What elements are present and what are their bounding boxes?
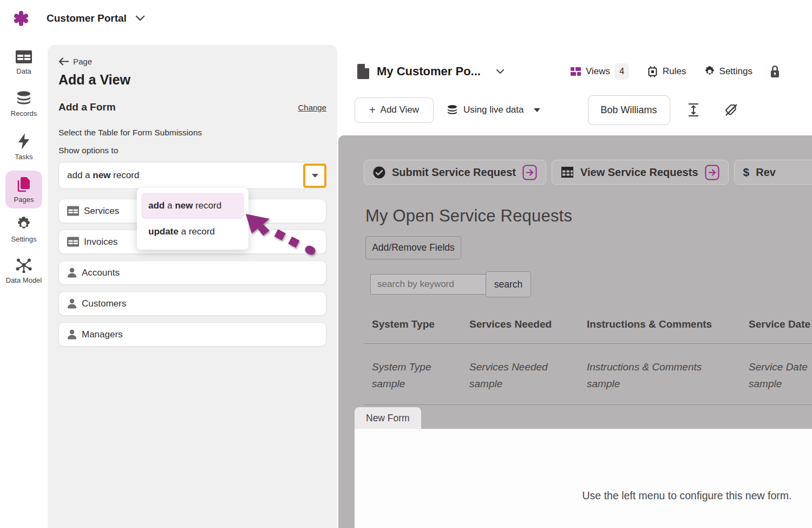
- sidebar-item-label: Pages: [14, 195, 34, 204]
- table-divider: [364, 405, 812, 405]
- chevron-down-icon[interactable]: [135, 15, 145, 22]
- panel-title: Add a View: [58, 72, 130, 88]
- table-option-customers[interactable]: Customers: [58, 291, 326, 316]
- sidebar-item-data-model[interactable]: Data Model: [0, 258, 48, 284]
- user-context-button[interactable]: Bob Williams: [588, 95, 670, 125]
- check-circle-icon: [373, 166, 385, 179]
- table-option-label: Accounts: [82, 268, 120, 278]
- icon-sidebar: Data Records Tasks Pages Settings: [0, 37, 48, 528]
- add-view-button[interactable]: + Add View: [355, 97, 434, 123]
- views-nav-item[interactable]: Views 4: [570, 63, 629, 80]
- table-option-label: Customers: [82, 298, 126, 309]
- keyword-search-input[interactable]: [370, 274, 486, 295]
- column-header[interactable]: System Type: [372, 318, 435, 330]
- person-icon: [67, 268, 77, 278]
- person-icon: [67, 329, 77, 340]
- select-dropdown-arrow-button[interactable]: [303, 164, 326, 188]
- column-header[interactable]: Instructions & Comments: [587, 318, 712, 330]
- search-button[interactable]: search: [486, 271, 531, 297]
- sidebar-item-pages[interactable]: Pages: [5, 171, 42, 208]
- table-option-accounts[interactable]: Accounts: [58, 260, 326, 285]
- settings-gear-icon: [704, 66, 715, 77]
- preview-page-heading: My Open Service Requests: [365, 206, 572, 226]
- plus-icon: +: [369, 104, 376, 116]
- builder-toolbar: + Add View Using live data Bob Williams: [337, 94, 812, 126]
- grid-icon: [561, 166, 574, 178]
- page-title[interactable]: My Customer Po...: [377, 64, 481, 79]
- chevron-down-icon: [312, 174, 318, 178]
- app-menu-row: Submit Service Request View Service Requ…: [364, 160, 812, 185]
- new-form-tab[interactable]: New Form: [355, 407, 421, 429]
- add-remove-fields-button[interactable]: Add/Remove Fields: [365, 236, 461, 259]
- select-table-label: Select the Table for Form Submissions: [58, 128, 202, 138]
- records-database-icon: [16, 91, 32, 106]
- table-option-managers[interactable]: Managers: [58, 322, 326, 347]
- chevron-down-icon[interactable]: [496, 69, 505, 75]
- app-name[interactable]: Customer Portal: [47, 12, 127, 24]
- table-cell: Service Date sample: [749, 358, 812, 392]
- table-option-label: Invoices: [84, 237, 117, 247]
- live-data-selector[interactable]: Using live data: [447, 105, 540, 116]
- person-icon: [67, 298, 77, 309]
- page-builder-header: My Customer Po... Views 4 Rules: [337, 45, 812, 135]
- back-to-page-link[interactable]: Page: [58, 57, 92, 66]
- settings-nav-item[interactable]: Settings: [704, 66, 752, 77]
- settings-label: Settings: [719, 66, 752, 77]
- search-row: search: [370, 271, 531, 297]
- column-header[interactable]: Services Needed: [469, 318, 552, 330]
- form-empty-message: Use the left menu to configure this new …: [355, 429, 812, 502]
- table-cell: System Type sample: [372, 358, 453, 392]
- table-option-label: Managers: [82, 329, 123, 340]
- sidebar-item-settings[interactable]: Settings: [0, 217, 48, 243]
- views-label: Views: [586, 66, 610, 77]
- pages-icon: [16, 176, 31, 192]
- table-cell: Instructions & Comments sample: [587, 358, 717, 392]
- dropdown-option-add-new-record[interactable]: add a new record: [141, 193, 244, 219]
- record-action-select[interactable]: add a new record: [58, 162, 326, 189]
- sidebar-item-label: Records: [11, 109, 37, 118]
- top-bar: Customer Portal: [0, 0, 812, 37]
- table-icon: [67, 206, 79, 216]
- sidebar-item-records[interactable]: Records: [0, 91, 48, 118]
- sidebar-item-label: Data Model: [6, 276, 42, 284]
- live-app-preview-canvas: Submit Service Request View Service Requ…: [338, 135, 812, 528]
- section-title: Add a Form: [58, 101, 116, 113]
- header-nav: Views 4 Rules Settings: [570, 63, 780, 80]
- sidebar-item-label: Tasks: [15, 153, 32, 161]
- new-form-panel: Use the left menu to configure this new …: [355, 429, 812, 528]
- table-cell: Services Needed sample: [469, 358, 556, 392]
- sidebar-item-tasks[interactable]: Tasks: [0, 133, 48, 161]
- section-row: Add a Form Change: [58, 101, 326, 113]
- database-icon: [447, 105, 458, 116]
- show-options-label: Show options to: [58, 146, 118, 155]
- goto-arrow-icon: [522, 165, 537, 180]
- menu-button-submit-service-request[interactable]: Submit Service Request: [364, 160, 546, 185]
- knack-asterisk-logo-icon: [13, 10, 29, 27]
- tasks-bolt-icon: [18, 133, 30, 149]
- menu-button-review-invoices[interactable]: $ Rev: [734, 160, 812, 185]
- column-header[interactable]: Service Date: [749, 318, 810, 330]
- rules-nav-item[interactable]: Rules: [647, 66, 686, 77]
- rules-label: Rules: [663, 66, 686, 77]
- table-icon: [67, 237, 79, 247]
- sidebar-item-data[interactable]: Data: [0, 50, 48, 75]
- label-off-icon[interactable]: [724, 103, 738, 117]
- dropdown-option-update-record[interactable]: update a record: [141, 219, 244, 245]
- views-count-badge: 4: [614, 63, 629, 80]
- row-height-icon[interactable]: [687, 103, 699, 117]
- rules-chip-icon: [647, 66, 658, 77]
- data-table-icon: [16, 50, 32, 64]
- table-option-label: Services: [84, 206, 119, 217]
- change-link[interactable]: Change: [298, 103, 326, 112]
- live-data-label: Using live data: [463, 105, 524, 115]
- sidebar-item-label: Data: [16, 67, 31, 75]
- page-file-icon: [357, 64, 369, 79]
- record-action-dropdown-menu: add a new record update a record: [137, 188, 248, 250]
- table-divider: [364, 343, 812, 344]
- view-config-panel: Page Add a View Add a Form Change Select…: [48, 45, 337, 528]
- dollar-icon: $: [743, 166, 750, 179]
- lock-icon[interactable]: [770, 66, 780, 78]
- sidebar-item-label: Settings: [11, 235, 37, 243]
- app-root: Customer Portal Data Records Tasks: [0, 0, 812, 528]
- menu-button-view-service-requests[interactable]: View Service Requests: [552, 160, 729, 185]
